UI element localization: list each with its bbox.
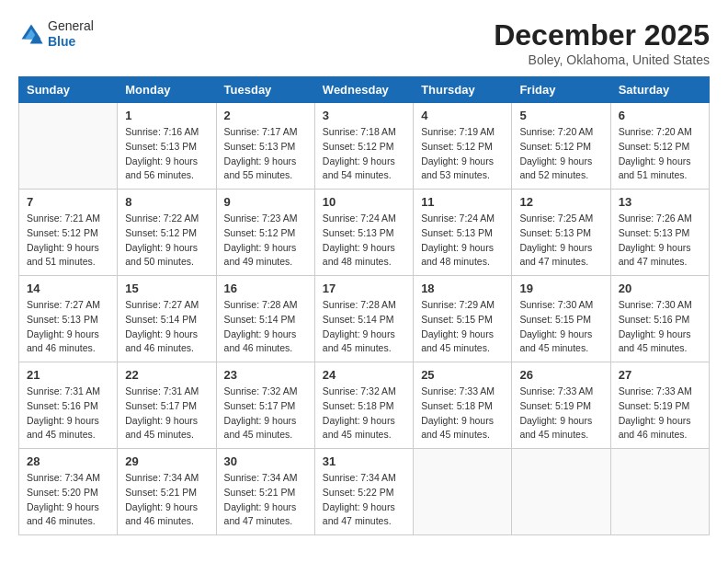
calendar-day-cell: 30Sunrise: 7:34 AMSunset: 5:21 PMDayligh… [216,449,314,535]
logo: General Blue [18,18,94,50]
day-number: 7 [27,195,109,209]
calendar-day-cell: 2Sunrise: 7:17 AMSunset: 5:13 PMDaylight… [216,103,314,190]
day-info: Sunrise: 7:22 AMSunset: 5:12 PMDaylight:… [125,212,208,270]
weekday-header: Thursday [414,77,512,103]
calendar-day-cell: 25Sunrise: 7:33 AMSunset: 5:18 PMDayligh… [414,362,512,449]
day-number: 10 [323,195,405,209]
day-info: Sunrise: 7:17 AMSunset: 5:13 PMDaylight:… [224,125,307,183]
subtitle: Boley, Oklahoma, United States [494,52,710,67]
logo-text: General Blue [48,18,94,50]
weekday-header: Saturday [610,77,709,103]
day-info: Sunrise: 7:30 AMSunset: 5:16 PMDaylight:… [619,298,701,356]
calendar-day-cell: 4Sunrise: 7:19 AMSunset: 5:12 PMDaylight… [414,103,512,190]
day-info: Sunrise: 7:32 AMSunset: 5:17 PMDaylight:… [224,385,307,442]
calendar-day-cell: 27Sunrise: 7:33 AMSunset: 5:19 PMDayligh… [610,362,709,449]
day-info: Sunrise: 7:24 AMSunset: 5:13 PMDaylight:… [323,212,405,270]
calendar-day-cell: 8Sunrise: 7:22 AMSunset: 5:12 PMDaylight… [118,190,216,276]
day-info: Sunrise: 7:34 AMSunset: 5:21 PMDaylight:… [125,471,208,529]
calendar-day-cell: 21Sunrise: 7:31 AMSunset: 5:16 PMDayligh… [19,362,118,449]
calendar-day-cell: 5Sunrise: 7:20 AMSunset: 5:12 PMDaylight… [512,103,610,190]
day-number: 14 [27,282,109,295]
calendar-day-cell [610,449,709,535]
day-info: Sunrise: 7:29 AMSunset: 5:15 PMDaylight:… [421,298,504,356]
calendar-day-cell: 22Sunrise: 7:31 AMSunset: 5:17 PMDayligh… [118,362,216,449]
day-number: 11 [421,195,504,209]
calendar-day-cell: 24Sunrise: 7:32 AMSunset: 5:18 PMDayligh… [314,362,413,449]
day-info: Sunrise: 7:27 AMSunset: 5:13 PMDaylight:… [27,298,109,356]
day-info: Sunrise: 7:33 AMSunset: 5:18 PMDaylight:… [421,385,504,442]
day-info: Sunrise: 7:20 AMSunset: 5:12 PMDaylight:… [619,125,701,183]
calendar-day-cell [19,103,118,190]
day-number: 6 [619,109,701,122]
day-number: 4 [421,109,504,122]
calendar-day-cell: 15Sunrise: 7:27 AMSunset: 5:14 PMDayligh… [118,276,216,362]
calendar-day-cell: 18Sunrise: 7:29 AMSunset: 5:15 PMDayligh… [414,276,512,362]
day-number: 21 [27,368,109,382]
day-number: 2 [224,109,307,122]
day-info: Sunrise: 7:33 AMSunset: 5:19 PMDaylight:… [619,385,701,442]
day-number: 18 [421,282,504,295]
weekday-header: Monday [118,77,216,103]
day-number: 13 [619,195,701,209]
day-info: Sunrise: 7:33 AMSunset: 5:19 PMDaylight:… [519,385,602,442]
day-number: 28 [27,454,109,468]
calendar-day-cell: 1Sunrise: 7:16 AMSunset: 5:13 PMDaylight… [118,103,216,190]
calendar-day-cell [414,449,512,535]
day-number: 26 [519,368,602,382]
calendar-day-cell: 13Sunrise: 7:26 AMSunset: 5:13 PMDayligh… [610,190,709,276]
calendar-day-cell: 17Sunrise: 7:28 AMSunset: 5:14 PMDayligh… [314,276,413,362]
day-number: 15 [125,282,208,295]
calendar-day-cell: 26Sunrise: 7:33 AMSunset: 5:19 PMDayligh… [512,362,610,449]
day-info: Sunrise: 7:34 AMSunset: 5:20 PMDaylight:… [27,471,109,529]
day-info: Sunrise: 7:34 AMSunset: 5:22 PMDaylight:… [323,471,405,529]
day-number: 30 [224,454,307,468]
day-number: 23 [224,368,307,382]
calendar-day-cell: 11Sunrise: 7:24 AMSunset: 5:13 PMDayligh… [414,190,512,276]
calendar-day-cell: 23Sunrise: 7:32 AMSunset: 5:17 PMDayligh… [216,362,314,449]
day-number: 27 [619,368,701,382]
day-number: 31 [323,454,405,468]
day-info: Sunrise: 7:32 AMSunset: 5:18 PMDaylight:… [323,385,405,442]
day-number: 25 [421,368,504,382]
weekday-header: Tuesday [216,77,314,103]
calendar-day-cell: 29Sunrise: 7:34 AMSunset: 5:21 PMDayligh… [118,449,216,535]
calendar-day-cell: 9Sunrise: 7:23 AMSunset: 5:12 PMDaylight… [216,190,314,276]
calendar-day-cell [512,449,610,535]
calendar-day-cell: 6Sunrise: 7:20 AMSunset: 5:12 PMDaylight… [610,103,709,190]
calendar-day-cell: 12Sunrise: 7:25 AMSunset: 5:13 PMDayligh… [512,190,610,276]
day-number: 12 [519,195,602,209]
title-area: December 2025 Boley, Oklahoma, United St… [494,18,710,67]
day-number: 29 [125,454,208,468]
weekday-header: Wednesday [314,77,413,103]
calendar-day-cell: 14Sunrise: 7:27 AMSunset: 5:13 PMDayligh… [19,276,118,362]
header: General Blue December 2025 Boley, Oklaho… [18,18,710,67]
calendar-day-cell: 28Sunrise: 7:34 AMSunset: 5:20 PMDayligh… [19,449,118,535]
day-number: 1 [125,109,208,122]
weekday-header: Friday [512,77,610,103]
day-info: Sunrise: 7:23 AMSunset: 5:12 PMDaylight:… [224,212,307,270]
day-number: 19 [519,282,602,295]
calendar-week-row: 28Sunrise: 7:34 AMSunset: 5:20 PMDayligh… [19,449,710,535]
calendar-day-cell: 7Sunrise: 7:21 AMSunset: 5:12 PMDaylight… [19,190,118,276]
calendar-day-cell: 3Sunrise: 7:18 AMSunset: 5:12 PMDaylight… [314,103,413,190]
day-info: Sunrise: 7:31 AMSunset: 5:17 PMDaylight:… [125,385,208,442]
calendar-day-cell: 10Sunrise: 7:24 AMSunset: 5:13 PMDayligh… [314,190,413,276]
day-info: Sunrise: 7:26 AMSunset: 5:13 PMDaylight:… [619,212,701,270]
day-info: Sunrise: 7:30 AMSunset: 5:15 PMDaylight:… [519,298,602,356]
calendar-day-cell: 20Sunrise: 7:30 AMSunset: 5:16 PMDayligh… [610,276,709,362]
calendar-week-row: 14Sunrise: 7:27 AMSunset: 5:13 PMDayligh… [19,276,710,362]
day-info: Sunrise: 7:19 AMSunset: 5:12 PMDaylight:… [421,125,504,183]
calendar-week-row: 21Sunrise: 7:31 AMSunset: 5:16 PMDayligh… [19,362,710,449]
main-title: December 2025 [494,18,710,52]
calendar: SundayMondayTuesdayWednesdayThursdayFrid… [18,76,710,535]
day-number: 5 [519,109,602,122]
day-info: Sunrise: 7:21 AMSunset: 5:12 PMDaylight:… [27,212,109,270]
day-info: Sunrise: 7:16 AMSunset: 5:13 PMDaylight:… [125,125,208,183]
weekday-header-row: SundayMondayTuesdayWednesdayThursdayFrid… [19,77,710,103]
day-number: 17 [323,282,405,295]
day-info: Sunrise: 7:18 AMSunset: 5:12 PMDaylight:… [323,125,405,183]
calendar-week-row: 1Sunrise: 7:16 AMSunset: 5:13 PMDaylight… [19,103,710,190]
day-info: Sunrise: 7:31 AMSunset: 5:16 PMDaylight:… [27,385,109,442]
day-info: Sunrise: 7:28 AMSunset: 5:14 PMDaylight:… [224,298,307,356]
logo-blue: Blue [48,34,94,50]
